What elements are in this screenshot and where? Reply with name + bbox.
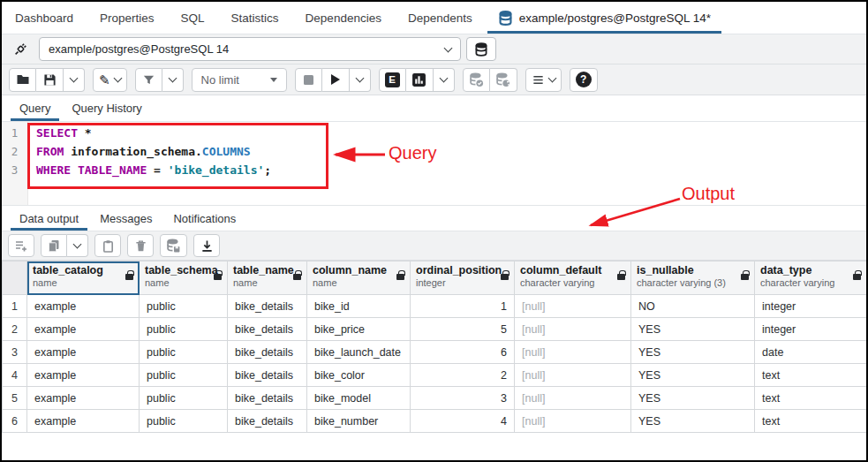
cell-table-catalog[interactable]: example [27, 341, 140, 364]
cell-table-schema[interactable]: public [140, 364, 228, 387]
cell-column-default[interactable]: [null] [515, 318, 631, 341]
cell-ordinal-position[interactable]: 6 [411, 341, 515, 364]
cell-table-schema[interactable]: public [140, 341, 228, 364]
filter-button[interactable] [135, 68, 162, 92]
stop-button[interactable] [295, 68, 322, 92]
cell-table-catalog[interactable]: example [27, 318, 140, 341]
sql-line[interactable]: SELECT * [36, 126, 271, 145]
cell-column-name[interactable]: bike_launch_date [307, 341, 411, 364]
cell-is-nullable[interactable]: YES [631, 318, 755, 341]
row-number[interactable]: 2 [3, 318, 27, 341]
explain-options-button[interactable] [434, 68, 455, 92]
tab-query-tool-active[interactable]: example/postgres@PostgreSQL 14* [486, 2, 723, 34]
tab-dashboard[interactable]: Dashboard [2, 2, 87, 34]
cell-column-default[interactable]: [null] [515, 387, 631, 410]
cell-table-catalog[interactable]: example [27, 410, 140, 433]
tab-query-history[interactable]: Query History [61, 95, 152, 121]
explain-button[interactable]: E [379, 68, 406, 92]
cell-table-name[interactable]: bike_details [228, 387, 307, 410]
commit-button[interactable] [463, 68, 490, 92]
cell-table-name[interactable]: bike_details [228, 341, 307, 364]
cell-column-default[interactable]: [null] [515, 410, 631, 433]
cell-data-type[interactable]: text [755, 387, 867, 410]
tab-notifications[interactable]: Notifications [162, 206, 246, 231]
cell-data-type[interactable]: integer [755, 318, 867, 341]
column-header-table-catalog[interactable]: table_catalogname [27, 261, 140, 295]
rollback-button[interactable] [490, 68, 517, 92]
column-header-column-name[interactable]: column_namename [307, 261, 411, 295]
tab-statistics[interactable]: Statistics [218, 2, 292, 34]
column-header-table-name[interactable]: table_namename [228, 261, 307, 295]
cell-table-catalog[interactable]: example [27, 387, 140, 410]
save-file-button[interactable] [36, 68, 64, 92]
sql-line[interactable]: WHERE TABLE_NAME = 'bike_details'; [36, 163, 271, 182]
explain-analyze-button[interactable] [406, 68, 434, 92]
cell-ordinal-position[interactable]: 1 [411, 295, 515, 318]
cell-data-type[interactable]: integer [755, 295, 867, 318]
tab-dependencies[interactable]: Dependencies [292, 2, 395, 34]
cell-column-name[interactable]: bike_model [307, 387, 411, 410]
tab-query[interactable]: Query [9, 95, 61, 121]
cell-column-name[interactable]: bike_number [307, 410, 411, 433]
sql-code-area[interactable]: SELECT *FROM information_schema.COLUMNSW… [28, 122, 271, 205]
cell-ordinal-position[interactable]: 5 [411, 318, 515, 341]
download-button[interactable] [193, 234, 220, 257]
row-number[interactable]: 1 [3, 295, 27, 318]
cell-table-schema[interactable]: public [140, 387, 228, 410]
cell-table-name[interactable]: bike_details [228, 295, 307, 318]
cell-table-schema[interactable]: public [140, 410, 228, 433]
cell-data-type[interactable]: text [755, 364, 867, 387]
cell-table-catalog[interactable]: example [27, 295, 140, 318]
connection-status-button[interactable] [7, 38, 34, 61]
cell-column-name[interactable]: bike_id [307, 295, 411, 318]
add-row-button[interactable] [8, 234, 34, 257]
copy-options-button[interactable] [67, 234, 88, 257]
cell-table-name[interactable]: bike_details [228, 364, 307, 387]
cell-ordinal-position[interactable]: 4 [411, 410, 515, 433]
column-header-table-schema[interactable]: table_schemaname [140, 261, 228, 295]
help-button[interactable]: ? [570, 68, 598, 92]
cell-table-name[interactable]: bike_details [228, 410, 307, 433]
tab-properties[interactable]: Properties [87, 2, 168, 34]
row-number[interactable]: 4 [3, 364, 27, 387]
row-number[interactable]: 5 [3, 387, 27, 410]
execute-options-button[interactable] [350, 68, 371, 92]
edit-button[interactable]: ✎ [93, 68, 127, 92]
cell-ordinal-position[interactable]: 3 [411, 387, 515, 410]
column-header-column-default[interactable]: column_defaultcharacter varying [515, 261, 631, 295]
save-options-button[interactable] [64, 68, 85, 92]
cell-is-nullable[interactable]: YES [631, 364, 755, 387]
connection-select[interactable]: example/postgres@PostgreSQL 14 [39, 37, 461, 61]
save-data-button[interactable] [160, 234, 187, 257]
row-limit-select[interactable]: No limit [192, 68, 287, 92]
cell-table-schema[interactable]: public [140, 318, 228, 341]
macros-button[interactable] [525, 68, 562, 92]
delete-row-button[interactable] [127, 234, 154, 257]
cell-is-nullable[interactable]: YES [631, 410, 755, 433]
cell-column-default[interactable]: [null] [515, 364, 631, 387]
cell-table-catalog[interactable]: example [27, 364, 140, 387]
copy-button[interactable] [41, 234, 67, 257]
tab-data-output[interactable]: Data output [9, 206, 89, 231]
cell-data-type[interactable]: date [755, 341, 867, 364]
tab-sql[interactable]: SQL [168, 2, 218, 34]
cell-data-type[interactable]: text [755, 410, 867, 433]
execute-button[interactable] [322, 68, 350, 92]
cell-ordinal-position[interactable]: 2 [411, 364, 515, 387]
column-header-data-type[interactable]: data_typecharacter varying [755, 261, 867, 295]
cell-column-default[interactable]: [null] [515, 341, 631, 364]
open-file-button[interactable] [9, 68, 36, 92]
cell-column-name[interactable]: bike_price [307, 318, 411, 341]
tab-dependents[interactable]: Dependents [395, 2, 486, 34]
new-connection-button[interactable] [466, 37, 496, 61]
select-all-corner[interactable] [3, 261, 27, 295]
cell-table-name[interactable]: bike_details [228, 318, 307, 341]
cell-column-default[interactable]: [null] [515, 295, 631, 318]
cell-is-nullable[interactable]: YES [631, 387, 755, 410]
cell-column-name[interactable]: bike_color [307, 364, 411, 387]
cell-table-schema[interactable]: public [140, 295, 228, 318]
column-header-ordinal-position[interactable]: ordinal_positioninteger [411, 261, 515, 295]
sql-line[interactable]: FROM information_schema.COLUMNS [36, 145, 271, 163]
cell-is-nullable[interactable]: NO [631, 295, 755, 318]
row-number[interactable]: 6 [3, 410, 27, 433]
